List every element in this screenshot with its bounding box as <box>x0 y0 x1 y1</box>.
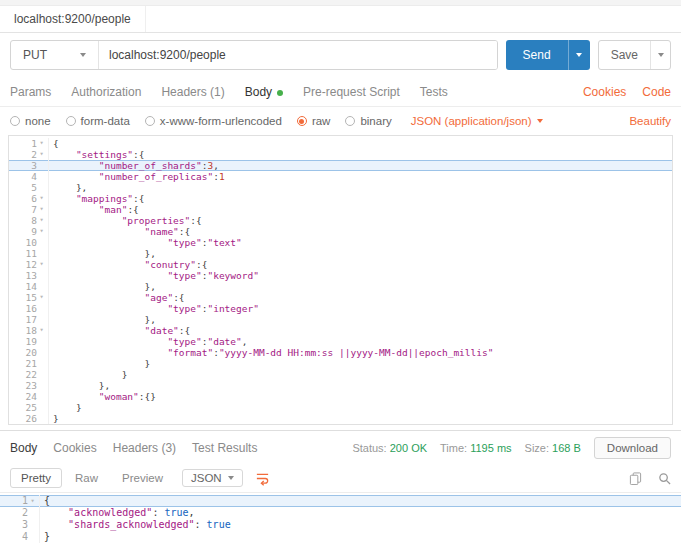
response-tab-headers-3[interactable]: Headers (3) <box>113 441 176 455</box>
request-editor-line-1[interactable]: 1▾{ <box>9 138 672 149</box>
content-type-select[interactable]: JSON (application/json) <box>411 115 543 127</box>
line-gutter: 21 <box>9 358 49 369</box>
request-editor-line-26[interactable]: 26} <box>9 413 672 424</box>
line-number: 24 <box>26 391 37 402</box>
method-label: PUT <box>23 48 47 62</box>
copy-icon[interactable] <box>629 472 642 485</box>
line-number: 21 <box>26 358 37 369</box>
code-text: "acknowledged": true, <box>40 507 195 519</box>
save-button[interactable]: Save <box>599 41 650 69</box>
request-editor-line-18[interactable]: 18▾ "date":{ <box>9 325 672 336</box>
code-text: "settings":{ <box>49 149 145 160</box>
request-editor-line-4[interactable]: 4 "number_of_replicas":1 <box>9 171 672 182</box>
fold-caret-icon[interactable]: ▾ <box>37 259 46 270</box>
response-editor-line-1: 1▾{ <box>0 495 681 507</box>
request-tab-authorization[interactable]: Authorization <box>71 85 141 99</box>
request-tab[interactable]: localhost:9200/people <box>0 6 146 32</box>
code-link[interactable]: Code <box>642 85 671 99</box>
line-gutter: 1▾ <box>0 495 40 507</box>
request-tabs-bar: ParamsAuthorizationHeaders (1)BodyPre-re… <box>0 77 681 107</box>
request-tab-params[interactable]: Params <box>10 85 51 99</box>
fold-caret-icon[interactable]: ▾ <box>37 138 46 149</box>
fold-caret-icon[interactable]: ▾ <box>37 204 46 215</box>
send-options-button[interactable] <box>568 40 590 70</box>
request-editor-line-3[interactable]: 3 "number_of_shards":3, <box>9 160 672 171</box>
send-button[interactable]: Send <box>506 40 568 70</box>
body-mode-label: x-www-form-urlencoded <box>160 115 282 127</box>
url-input[interactable] <box>99 41 497 69</box>
fold-caret-icon[interactable]: ▾ <box>37 292 46 303</box>
request-editor-line-17[interactable]: 17 }, <box>9 314 672 325</box>
cookies-link[interactable]: Cookies <box>583 85 626 99</box>
request-body-editor[interactable]: 1▾{2▾ "settings":{3 "number_of_shards":3… <box>8 135 673 425</box>
request-editor-line-12[interactable]: 12▾ "conutry":{ <box>9 259 672 270</box>
request-editor-line-22[interactable]: 22 } <box>9 369 672 380</box>
request-tab-pre-request-script[interactable]: Pre-request Script <box>303 85 400 99</box>
request-editor-line-19[interactable]: 19 "type":"date", <box>9 336 672 347</box>
response-tab-cookies[interactable]: Cookies <box>53 441 96 455</box>
code-text: { <box>49 138 59 149</box>
view-preview[interactable]: Preview <box>111 468 174 488</box>
line-gutter: 1▾ <box>9 138 49 149</box>
request-editor-line-24[interactable]: 24 "woman":{} <box>9 391 672 402</box>
body-mode-options: noneform-datax-www-form-urlencodedrawbin… <box>10 115 407 127</box>
fold-caret-icon[interactable]: ▾ <box>37 149 46 160</box>
request-editor-line-2[interactable]: 2▾ "settings":{ <box>9 149 672 160</box>
response-header: BodyCookiesHeaders (3)Test Results Statu… <box>0 430 681 464</box>
body-mode-none[interactable]: none <box>10 115 51 127</box>
view-pretty[interactable]: Pretty <box>10 468 62 488</box>
body-mode-binary[interactable]: binary <box>345 115 391 127</box>
request-tab-body[interactable]: Body <box>245 85 283 99</box>
beautify-link[interactable]: Beautify <box>629 115 671 127</box>
body-mode-form-data[interactable]: form-data <box>66 115 130 127</box>
search-icon[interactable] <box>658 472 671 485</box>
request-editor-line-21[interactable]: 21 } <box>9 358 672 369</box>
request-editor-line-25[interactable]: 25 } <box>9 402 672 413</box>
line-number: 4 <box>22 531 28 543</box>
response-language-select[interactable]: JSON <box>182 469 243 487</box>
chevron-down-icon <box>576 53 582 57</box>
view-raw[interactable]: Raw <box>64 468 109 488</box>
fold-caret-icon[interactable]: ▾ <box>37 226 46 237</box>
request-editor-line-23[interactable]: 23 }, <box>9 380 672 391</box>
request-editor-line-5[interactable]: 5 }, <box>9 182 672 193</box>
line-gutter: 26 <box>9 413 49 424</box>
fold-caret-icon[interactable]: ▾ <box>28 495 37 507</box>
fold-caret-icon[interactable]: ▾ <box>37 215 46 226</box>
code-text: "conutry":{ <box>49 259 207 270</box>
request-editor-line-8[interactable]: 8▾ "properties":{ <box>9 215 672 226</box>
meta-label: Time: <box>440 442 470 454</box>
response-tab-body[interactable]: Body <box>10 441 37 455</box>
code-text: { <box>40 495 50 507</box>
line-gutter: 10 <box>9 237 49 248</box>
request-tab-tests[interactable]: Tests <box>420 85 448 99</box>
body-mode-raw[interactable]: raw <box>297 115 331 127</box>
line-number: 17 <box>26 314 37 325</box>
code-text: } <box>49 358 150 369</box>
response-editor-line-4: 4} <box>0 531 681 543</box>
method-select[interactable]: PUT <box>11 41 99 69</box>
request-editor-line-6[interactable]: 6▾ "mappings":{ <box>9 193 672 204</box>
request-editor-line-13[interactable]: 13 "type":"keyword" <box>9 270 672 281</box>
body-mode-x-www-form-urlencoded[interactable]: x-www-form-urlencoded <box>145 115 282 127</box>
fold-caret-icon[interactable]: ▾ <box>37 193 46 204</box>
request-editor-line-16[interactable]: 16 "type":"integer" <box>9 303 672 314</box>
body-mode-bar: noneform-datax-www-form-urlencodedrawbin… <box>0 107 681 135</box>
save-options-button[interactable] <box>650 41 670 69</box>
request-editor-line-14[interactable]: 14 }, <box>9 281 672 292</box>
request-editor-line-7[interactable]: 7▾ "man":{ <box>9 204 672 215</box>
download-button[interactable]: Download <box>594 437 671 459</box>
request-editor-line-10[interactable]: 10 "type":"text" <box>9 237 672 248</box>
line-number: 19 <box>26 336 37 347</box>
response-meta-time: Time: 1195 ms <box>440 442 512 454</box>
request-tab-headers-1[interactable]: Headers (1) <box>161 85 224 99</box>
wrap-lines-icon[interactable] <box>255 471 270 486</box>
code-text: } <box>49 369 127 380</box>
request-editor-line-11[interactable]: 11 }, <box>9 248 672 259</box>
response-tab-test-results[interactable]: Test Results <box>192 441 257 455</box>
fold-caret-icon[interactable]: ▾ <box>37 325 46 336</box>
line-number: 25 <box>26 402 37 413</box>
request-editor-line-15[interactable]: 15▾ "age":{ <box>9 292 672 303</box>
request-editor-line-20[interactable]: 20 "format":"yyyy-MM-dd HH:mm:ss ||yyyy-… <box>9 347 672 358</box>
request-editor-line-9[interactable]: 9▾ "name":{ <box>9 226 672 237</box>
